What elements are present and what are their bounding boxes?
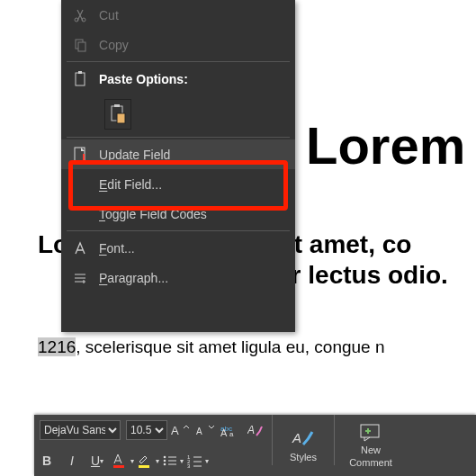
menu-separator [67, 230, 290, 231]
menu-cut: Cut [61, 0, 295, 30]
menu-paragraph[interactable]: Paragraph...Paragraph... [61, 263, 295, 292]
font-icon [61, 241, 99, 256]
doc-title: Lorem [306, 115, 465, 175]
svg-point-25 [164, 460, 166, 463]
svg-rect-3 [78, 42, 85, 51]
menu-edit-field[interactable]: Edit Field...Edit Field... [61, 169, 295, 199]
shrink-font-button[interactable]: A [193, 419, 217, 441]
svg-text:A: A [196, 427, 202, 436]
doc-body-rest: , scelerisque sit amet ligula eu, congue… [76, 337, 384, 356]
menu-toggle-field-codes-label: Toggle Field CodesToggle Field Codes [99, 207, 207, 221]
font-size-select[interactable]: 10.5 [126, 420, 167, 440]
menu-separator [67, 137, 290, 138]
bold-button[interactable]: B [35, 450, 58, 472]
menu-update-field[interactable]: Update FieldUpdate Field [61, 139, 295, 169]
context-menu: Cut CCopyopy Paste Options: Update Field… [61, 0, 295, 332]
font-color-button[interactable]: ▾ [111, 450, 134, 472]
menu-separator [67, 61, 290, 62]
svg-rect-22 [139, 465, 149, 468]
change-case-button[interactable]: abcAa [219, 419, 242, 441]
svg-point-27 [164, 463, 166, 466]
menu-edit-field-label: Edit Field...Edit Field... [99, 177, 162, 192]
toolbar-separator [272, 415, 273, 465]
svg-text:a: a [229, 430, 234, 437]
svg-rect-4 [76, 73, 85, 85]
menu-font[interactable]: Font...Font... [61, 233, 295, 263]
svg-text:3: 3 [187, 463, 191, 468]
new-comment-label-2: Comment [349, 457, 392, 468]
menu-paste-heading: Paste Options: [61, 64, 295, 94]
scissors-icon [61, 8, 99, 22]
styles-button[interactable]: A Styles [276, 415, 330, 476]
clipboard-icon [61, 71, 99, 87]
svg-text:A: A [220, 427, 228, 437]
paragraph-icon [61, 271, 99, 285]
menu-copy: CCopyopy [61, 30, 295, 59]
menu-font-label: Font...Font... [99, 241, 135, 256]
copy-icon [61, 38, 99, 52]
italic-button[interactable]: I [60, 450, 84, 472]
numbering-button[interactable]: 123▾ [186, 450, 210, 472]
doc-body-line: 1216, scelerisque sit amet ligula eu, co… [38, 337, 385, 357]
svg-text:A: A [247, 424, 255, 436]
svg-rect-7 [114, 104, 120, 107]
menu-copy-label: CCopyopy [99, 38, 129, 52]
field-code-highlight[interactable]: 1216 [38, 337, 76, 356]
menu-paragraph-label: Paragraph...Paragraph... [99, 271, 168, 285]
underline-button[interactable]: U▾ [85, 450, 109, 472]
svg-rect-10 [83, 154, 85, 161]
svg-rect-21 [113, 465, 124, 468]
formatting-toolbar: DejaVu Sans 10.5 A A abcAa A [34, 415, 476, 476]
highlight-color-button[interactable]: ▾ [136, 450, 159, 472]
menu-paste-heading-label: Paste Options: [99, 72, 188, 86]
grow-font-button[interactable]: A [168, 419, 192, 441]
styles-label: Styles [290, 452, 317, 463]
toolbar-separator [334, 415, 335, 465]
menu-toggle-field-codes[interactable]: Toggle Field CodesToggle Field Codes [61, 199, 295, 229]
paste-options-row [61, 94, 295, 135]
update-field-icon [61, 147, 99, 163]
new-comment-label-1: New [361, 445, 381, 455]
menu-cut-label: Cut [99, 8, 119, 22]
clear-formatting-button[interactable]: A [244, 419, 267, 441]
svg-point-11 [83, 161, 85, 163]
svg-text:A: A [171, 424, 179, 437]
paste-default-button[interactable] [104, 99, 131, 130]
new-comment-button[interactable]: New Comment [338, 415, 403, 476]
bullets-button[interactable]: ▾ [161, 450, 184, 472]
menu-update-field-label: Update FieldUpdate Field [99, 148, 170, 162]
svg-rect-8 [117, 113, 125, 123]
font-name-select[interactable]: DejaVu Sans [40, 420, 121, 440]
svg-point-23 [164, 456, 166, 459]
svg-rect-5 [78, 71, 82, 74]
svg-text:A: A [292, 430, 301, 445]
